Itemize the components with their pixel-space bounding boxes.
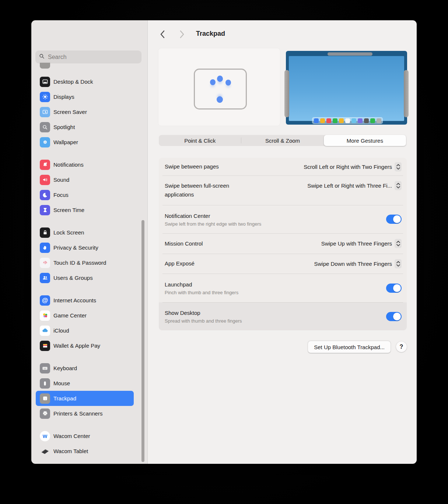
sidebar-item-label: Internet Accounts [53,297,96,303]
sidebar-item-wallpaper[interactable]: Wallpaper [36,135,134,150]
flower-icon [40,137,50,147]
trackpad-icon [40,393,50,404]
sidebar-item-touch-id-password[interactable]: Touch ID & Password [36,255,134,270]
gesture-tabs: Point & ClickScroll & ZoomMore Gestures [159,135,406,146]
sidebar-item-label: Game Center [53,312,87,319]
sidebar-item-label: Desktop & Dock [53,79,93,85]
system-settings-window: Desktop & DockDisplaysScreen SaverSpotli… [31,20,417,464]
sidebar-item-game-center[interactable]: Game Center [36,308,134,323]
bell-icon [40,160,50,170]
hourglass-icon [40,205,50,215]
gamecenter-icon [40,310,50,321]
sidebar-item-mouse[interactable]: Mouse [36,376,134,391]
help-button[interactable]: ? [396,341,407,352]
sidebar-item-users-groups[interactable]: Users & Groups [36,270,134,285]
tab-scroll-zoom[interactable]: Scroll & Zoom [241,135,323,146]
mouse-icon [40,378,50,389]
sidebar-scrollbar[interactable] [141,220,144,462]
sidebar-item-privacy-security[interactable]: Privacy & Security [36,240,134,255]
setting-subtitle: Pinch with thumb and three fingers [165,290,382,296]
sidebar-item-label: Trackpad [53,395,76,402]
sidebar-item-wacom-tablet[interactable]: Wacom Tablet [36,444,134,459]
sidebar-item-label: Displays [53,94,74,100]
fingerprint-icon [40,258,50,268]
toggle-launchpad[interactable] [386,284,402,293]
sidebar-item-wallet-apple-pay[interactable]: Wallet & Apple Pay [36,338,134,353]
sidebar-item-displays[interactable]: Displays [36,89,134,104]
sidebar-item-screen-time[interactable]: Screen Time [36,202,134,218]
sidebar-item-icloud[interactable]: iCloud [36,323,134,338]
toggle-show-desktop[interactable] [386,312,402,321]
gesture-dot [225,80,231,86]
dropdown-value[interactable]: Swipe Up with Three Fingers [321,240,392,247]
dock-app-icon [358,118,363,123]
sidebar-item-trackpad[interactable]: Trackpad [36,391,134,406]
dropdown-value[interactable]: Scroll Left or Right with Two Fingers [304,164,392,170]
search-field[interactable] [35,51,141,63]
setting-row-show-desktop: Show DesktopSpread with thumb and three … [159,302,407,330]
setting-label: Show Desktop [165,309,382,317]
sidebar-item-wacom-center[interactable]: wWacom Center [36,428,134,444]
sidebar-item-spotlight[interactable]: Spotlight [36,119,134,135]
sidebar-group: wWacom CenterWacom Tablet [36,428,134,459]
sidebar-item-label: Touch ID & Password [53,260,106,266]
display-illustration [286,51,407,125]
sidebar-item-label: Screen Saver [53,109,87,115]
sidebar-item-focus[interactable]: Focus [36,187,134,202]
sidebar-item-label: Users & Groups [53,275,93,281]
search-icon [39,53,45,60]
setting-row-notification-center: Notification CenterSwipe left from the r… [159,205,407,233]
setting-label: Swipe between full-screen applications [165,181,259,199]
sidebar-item-label: Sound [53,177,69,183]
sidebar-item-label: Screen Time [53,207,84,213]
dock-app-icon [364,118,369,123]
sidebar-item-screen-saver[interactable]: Screen Saver [36,104,134,119]
sidebar-item-keyboard[interactable]: Keyboard [36,361,134,376]
trackpad-outline [194,69,247,110]
sidebar-item-label: Notifications [53,161,84,168]
sidebar-item-label: Mouse [53,380,70,386]
people-icon [40,273,50,283]
dock-app-icon [333,118,337,123]
sidebar-item-label: Wacom Tablet [53,448,88,454]
setting-label: Mission Control [165,239,317,248]
tab-point-click[interactable]: Point & Click [159,135,241,146]
at-icon: @ [40,295,50,306]
setup-bluetooth-trackpad-button[interactable]: Set Up Bluetooth Trackpad... [308,341,391,353]
setting-row-swipe-between-full-screen-applications: Swipe between full-screen applicationsSw… [159,175,407,205]
dropdown-chevrons-icon[interactable] [395,181,402,190]
sidebar: Desktop & DockDisplaysScreen SaverSpotli… [31,20,148,464]
magnifier-icon [40,122,50,132]
dropdown-chevrons-icon[interactable] [395,259,402,268]
tab-more-gestures[interactable]: More Gestures [324,135,406,146]
gesture-illustration-panel [158,48,280,126]
sidebar-item-internet-accounts[interactable]: @Internet Accounts [36,293,134,308]
dock-app-icon [314,118,319,123]
search-input[interactable] [47,53,138,61]
printer-icon [40,409,50,419]
sidebar-item-desktop-dock[interactable]: Desktop & Dock [36,74,134,89]
toggle-knob [393,313,401,320]
dropdown-value[interactable]: Swipe Left or Right with Three Fi... [307,183,392,189]
sidebar-group: Lock ScreenPrivacy & SecurityTouch ID & … [36,225,134,285]
back-button[interactable] [160,30,165,40]
display-screen [289,56,404,121]
toggle-notification-center[interactable] [386,215,402,224]
sidebar-item-label: iCloud [53,327,69,334]
window-icon [40,77,50,87]
dock-app-icon [339,118,344,123]
toggle-knob [393,215,401,223]
page-title: Trackpad [196,30,225,38]
forward-button[interactable] [179,30,185,40]
dropdown-value[interactable]: Swipe Down with Three Fingers [314,261,392,267]
sidebar-group: NotificationsSoundFocusScreen Time [36,157,134,218]
dropdown-chevrons-icon[interactable] [395,239,402,248]
dropdown-chevrons-icon[interactable] [395,162,402,171]
display-camera-bar [328,52,372,56]
sidebar-item-lock-screen[interactable]: Lock Screen [36,225,134,240]
sidebar-item-sound[interactable]: Sound [36,172,134,187]
sidebar-item-printers-scanners[interactable]: Printers & Scanners [36,406,134,421]
display-dock [312,117,383,124]
gesture-dot [210,79,216,85]
sidebar-item-notifications[interactable]: Notifications [36,157,134,172]
